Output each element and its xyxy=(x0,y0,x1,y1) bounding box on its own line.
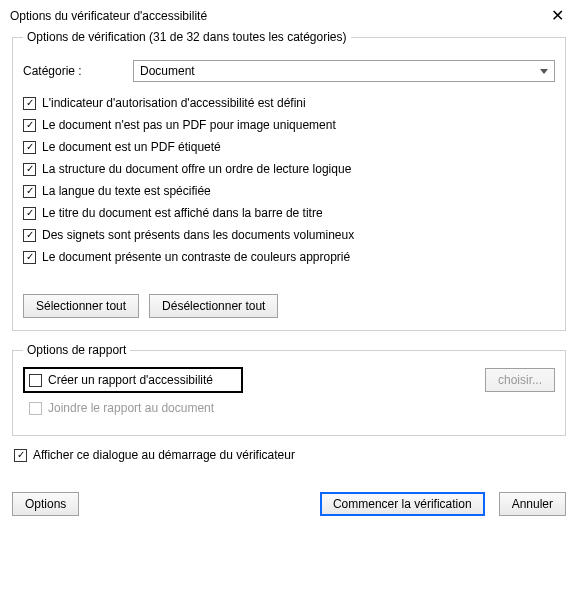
category-select[interactable]: Document xyxy=(133,60,555,82)
checkbox-icon[interactable]: ✓ xyxy=(23,141,36,154)
check-label: L'indicateur d'autorisation d'accessibil… xyxy=(42,96,306,110)
dialog-content: Options de vérification (31 de 32 dans t… xyxy=(0,30,578,524)
check-item: ✓ Le titre du document est affiché dans … xyxy=(23,206,555,220)
check-item: ✓ Le document n'est pas un PDF pour imag… xyxy=(23,118,555,132)
category-label: Catégorie : xyxy=(23,64,133,78)
chevron-down-icon xyxy=(540,69,548,74)
close-icon[interactable]: ✕ xyxy=(545,6,570,26)
check-item: ✓ La structure du document offre un ordr… xyxy=(23,162,555,176)
checkbox-icon[interactable]: ✓ xyxy=(14,449,27,462)
check-item: ✓ Le document est un PDF étiqueté xyxy=(23,140,555,154)
checkbox-icon[interactable]: ✓ xyxy=(23,97,36,110)
verification-options-group: Options de vérification (31 de 32 dans t… xyxy=(12,30,566,331)
report-options-legend: Options de rapport xyxy=(23,343,130,357)
report-top-row: Créer un rapport d'accessibilité choisir… xyxy=(23,367,555,393)
attach-report-label: Joindre le rapport au document xyxy=(48,401,214,415)
options-button[interactable]: Options xyxy=(12,492,79,516)
cancel-button[interactable]: Annuler xyxy=(499,492,566,516)
category-selected-value: Document xyxy=(140,64,195,78)
check-item: ✓ Le document présente un contraste de c… xyxy=(23,250,555,264)
checkbox-icon[interactable]: ✓ xyxy=(23,229,36,242)
check-label: Des signets sont présents dans les docum… xyxy=(42,228,354,242)
check-item: ✓ La langue du texte est spécifiée xyxy=(23,184,555,198)
check-label: La structure du document offre un ordre … xyxy=(42,162,351,176)
check-item: ✓ L'indicateur d'autorisation d'accessib… xyxy=(23,96,555,110)
dialog-footer: Options Commencer la vérification Annule… xyxy=(12,492,566,516)
check-label: Le titre du document est affiché dans la… xyxy=(42,206,323,220)
select-all-button[interactable]: Sélectionner tout xyxy=(23,294,139,318)
create-report-highlight: Créer un rapport d'accessibilité xyxy=(23,367,243,393)
show-startup-row: ✓ Afficher ce dialogue au démarrage du v… xyxy=(14,448,566,462)
attach-report-row: Joindre le rapport au document xyxy=(23,401,555,415)
check-label: Le document est un PDF étiqueté xyxy=(42,140,221,154)
footer-right: Commencer la vérification Annuler xyxy=(320,492,566,516)
choose-button: choisir... xyxy=(485,368,555,392)
create-report-label: Créer un rapport d'accessibilité xyxy=(48,373,213,387)
checkbox-icon[interactable]: ✓ xyxy=(23,251,36,264)
checkbox-icon[interactable] xyxy=(29,374,42,387)
select-buttons-row: Sélectionner tout Désélectionner tout xyxy=(23,294,555,318)
check-label: Le document présente un contraste de cou… xyxy=(42,250,350,264)
checkbox-icon xyxy=(29,402,42,415)
check-item: ✓ Des signets sont présents dans les doc… xyxy=(23,228,555,242)
check-label: La langue du texte est spécifiée xyxy=(42,184,211,198)
title-bar: Options du vérificateur d'accessibilité … xyxy=(0,0,578,30)
checkbox-icon[interactable]: ✓ xyxy=(23,185,36,198)
deselect-all-button[interactable]: Désélectionner tout xyxy=(149,294,278,318)
window-title: Options du vérificateur d'accessibilité xyxy=(10,9,207,23)
start-check-button[interactable]: Commencer la vérification xyxy=(320,492,485,516)
check-label: Le document n'est pas un PDF pour image … xyxy=(42,118,336,132)
verification-options-legend: Options de vérification (31 de 32 dans t… xyxy=(23,30,351,44)
show-startup-label: Afficher ce dialogue au démarrage du vér… xyxy=(33,448,295,462)
checkbox-icon[interactable]: ✓ xyxy=(23,163,36,176)
report-options-group: Options de rapport Créer un rapport d'ac… xyxy=(12,343,566,436)
checkbox-icon[interactable]: ✓ xyxy=(23,119,36,132)
category-row: Catégorie : Document xyxy=(23,60,555,82)
checkbox-icon[interactable]: ✓ xyxy=(23,207,36,220)
checks-list: ✓ L'indicateur d'autorisation d'accessib… xyxy=(23,96,555,264)
